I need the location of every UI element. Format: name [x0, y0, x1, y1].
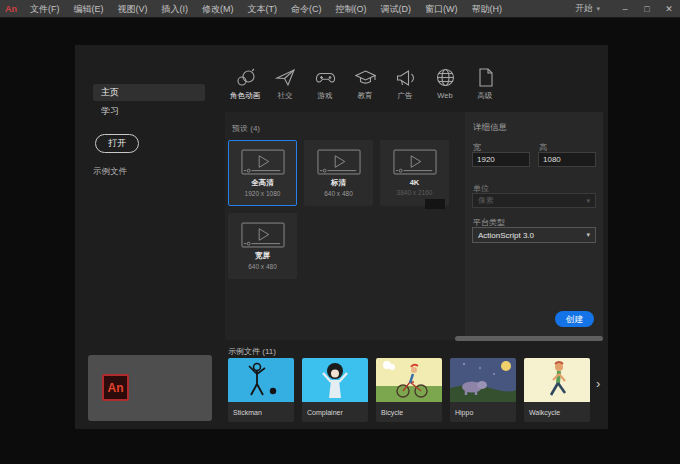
menubar-right: 开始 ▾ – □ ✕ [575, 0, 680, 18]
menu-insert[interactable]: 插入(I) [155, 0, 196, 18]
menu-help[interactable]: 帮助(H) [465, 0, 510, 18]
caret-down-icon[interactable]: ▾ [596, 5, 600, 13]
category-tabs: 角色动画 社交 游戏 教育 [225, 67, 505, 115]
document-icon [475, 67, 496, 88]
menu-modify[interactable]: 修改(M) [195, 0, 241, 18]
tab-character-animation[interactable]: 角色动画 [225, 67, 265, 115]
hippo-thumbnail [450, 358, 516, 402]
presets-section: 预设 (4) 全高清 1920 x 1080 标清 640 x 480 [225, 112, 465, 340]
tab-web[interactable]: Web [425, 67, 465, 115]
menu-debug[interactable]: 调试(D) [374, 0, 419, 18]
menu-file[interactable]: 文件(F) [23, 0, 67, 18]
preset-card-fullhd[interactable]: 全高清 1920 x 1080 [228, 140, 297, 206]
tab-label: 游戏 [318, 91, 333, 101]
preset-dimensions: 640 x 480 [324, 190, 353, 197]
paper-plane-icon [275, 67, 296, 88]
cursor-shadow [425, 199, 445, 209]
sidebar-item-learn[interactable]: 学习 [101, 105, 119, 118]
sample-name: Bicycle [376, 402, 442, 422]
sample-card-stickman[interactable]: Stickman [228, 358, 294, 422]
tab-advanced[interactable]: 高级 [465, 67, 505, 115]
preset-card-widescreen[interactable]: 宽屏 640 x 480 [228, 213, 297, 279]
sample-card-walkcycle[interactable]: Walkcycle [524, 358, 590, 422]
open-button[interactable]: 打开 [95, 134, 139, 153]
menu-control[interactable]: 控制(O) [329, 0, 374, 18]
tab-label: 广告 [398, 91, 413, 101]
horizontal-scrollbar[interactable] [455, 336, 603, 341]
sample-files-row: Stickman Complainer [228, 358, 590, 422]
preset-dimensions: 1920 x 1080 [245, 190, 281, 197]
sample-card-bicycle[interactable]: Bicycle [376, 358, 442, 422]
height-input[interactable] [538, 152, 596, 167]
globe-icon [435, 67, 456, 88]
stickman-thumbnail [228, 358, 294, 402]
tab-label: 教育 [358, 91, 373, 101]
video-preset-icon [317, 149, 361, 176]
create-button[interactable]: 创建 [555, 311, 594, 328]
sample-card-complainer[interactable]: Complainer [302, 358, 368, 422]
caret-down-icon: ▾ [586, 231, 590, 239]
chevron-right-icon[interactable]: › [596, 376, 600, 391]
preset-card-4k[interactable]: 4K 3840 x 2160 [380, 140, 449, 206]
width-input[interactable] [472, 152, 530, 167]
units-dropdown[interactable]: 像素 ▾ [472, 193, 596, 208]
home-panel: 主页 学习 打开 示例文件 角色动画 社交 [75, 45, 608, 429]
menu-edit[interactable]: 编辑(E) [67, 0, 111, 18]
platform-value: ActionScript 3.0 [478, 231, 534, 240]
menu-text[interactable]: 文本(T) [241, 0, 285, 18]
platform-dropdown[interactable]: ActionScript 3.0 ▾ [472, 227, 596, 243]
preset-name: 4K [410, 178, 420, 187]
tab-advertising[interactable]: 广告 [385, 67, 425, 115]
preset-name: 全高清 [251, 178, 274, 188]
preset-dimensions: 3840 x 2160 [397, 189, 433, 196]
tab-label: 高级 [478, 91, 493, 101]
presets-header: 预设 (4) [232, 123, 260, 134]
preset-dimensions: 640 x 480 [248, 263, 277, 270]
preset-name: 宽屏 [255, 251, 270, 261]
sample-name: Complainer [302, 402, 368, 422]
details-panel: 详细信息 宽 高 单位 像素 ▾ 平台类型 ActionScript 3.0 ▾… [465, 112, 603, 340]
tab-games[interactable]: 游戏 [305, 67, 345, 115]
preset-name: 标清 [331, 178, 346, 188]
menu-window[interactable]: 窗口(W) [418, 0, 465, 18]
details-header: 详细信息 [473, 122, 507, 134]
sample-name: Hippo [450, 402, 516, 422]
sidebar-sample-files-link[interactable]: 示例文件 [93, 166, 127, 178]
tab-label: 社交 [278, 91, 293, 101]
sample-name: Walkcycle [524, 402, 590, 422]
tab-education[interactable]: 教育 [345, 67, 385, 115]
graduation-cap-icon [355, 67, 376, 88]
preset-card-sd[interactable]: 标清 640 x 480 [304, 140, 373, 206]
sample-card-hippo[interactable]: Hippo [450, 358, 516, 422]
tab-label: Web [437, 91, 452, 100]
sidebar-item-home[interactable]: 主页 [93, 84, 205, 101]
menubar: An 文件(F) 编辑(E) 视图(V) 插入(I) 修改(M) 文本(T) 命… [0, 0, 680, 18]
workspace-switcher[interactable]: 开始 [575, 3, 592, 15]
units-value: 像素 [478, 195, 494, 206]
video-preset-icon [393, 149, 437, 176]
minimize-button[interactable]: – [614, 0, 636, 18]
sample-name: Stickman [228, 402, 294, 422]
menu-view[interactable]: 视图(V) [111, 0, 155, 18]
menu-commands[interactable]: 命令(C) [284, 0, 329, 18]
animate-app-icon: An [5, 4, 17, 14]
complainer-thumbnail [302, 358, 368, 402]
animate-start-screen: An 文件(F) 编辑(E) 视图(V) 插入(I) 修改(M) 文本(T) 命… [0, 0, 680, 464]
preset-grid: 全高清 1920 x 1080 标清 640 x 480 4K 3840 x 2… [228, 140, 449, 279]
close-button[interactable]: ✕ [658, 0, 680, 18]
bicycle-thumbnail [376, 358, 442, 402]
tab-social[interactable]: 社交 [265, 67, 305, 115]
video-preset-icon [241, 222, 285, 249]
animate-logo: An [102, 374, 129, 401]
animate-logo-card: An [88, 355, 212, 421]
game-controller-icon [315, 67, 336, 88]
maximize-button[interactable]: □ [636, 0, 658, 18]
video-preset-icon [241, 149, 285, 176]
walkcycle-thumbnail [524, 358, 590, 402]
tab-label: 角色动画 [230, 91, 260, 101]
megaphone-icon [395, 67, 416, 88]
character-icon [235, 67, 256, 88]
caret-down-icon: ▾ [586, 197, 590, 205]
sample-files-header: 示例文件 (11) [228, 346, 276, 357]
